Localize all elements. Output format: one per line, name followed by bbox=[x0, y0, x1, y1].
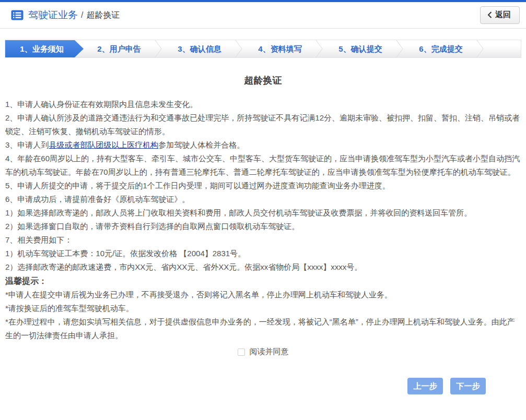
agreement-row: 阅读并同意 bbox=[0, 347, 526, 357]
notice-content: 1、申请人确认身份证在有效期限内且信息未发生变化。 2、申请人确认所涉及的道路交… bbox=[0, 98, 526, 342]
tip-2: *请按换证后的准驾车型驾驶机动车。 bbox=[5, 302, 521, 315]
notice-item-3: 3、申请人到县级或者部队团级以上医疗机构参加驾驶人体检并合格。 bbox=[5, 138, 521, 152]
notice-item-6: 6、申请成功后，请提前准备好《原机动车驾驶证》。 bbox=[5, 193, 521, 206]
chevron-left-icon bbox=[487, 11, 492, 18]
tip-1: *申请人在提交申请后视为业务已办理，不再接受退办，否则将记入黑名单，停止办理网上… bbox=[5, 288, 521, 302]
notice-item-4: 4、年龄在60周岁以上的，持有大型客车、牵引车、城市公交车、中型客车、大型货车驾… bbox=[5, 152, 521, 179]
notice-item-7: 7、相关费用如下： bbox=[5, 233, 521, 247]
step-separator bbox=[235, 40, 244, 57]
back-button-label: 返回 bbox=[495, 10, 511, 20]
page-title: 超龄换证 bbox=[0, 74, 526, 87]
notice-item-7-sub-2: 2）选择邮政寄递的邮政速递费，市内XX元、省内XX元、省外XX元。依据xx省物价… bbox=[5, 260, 521, 274]
step-5-confirm-submit: 5、确认提交 bbox=[325, 40, 396, 57]
notice-item-7-sub-1: 1）机动车驾驶证工本费：10元/证。依据发改价格 【2004】2831号。 bbox=[5, 247, 521, 260]
notice-item-3-suffix: 参加驾驶人体检并合格。 bbox=[158, 140, 244, 149]
notice-item-5: 5、申请人所提交的申请，将于提交后的1个工作日内受理，期间可以通过网办进度查询功… bbox=[5, 179, 521, 193]
notice-item-6-sub-2: 2）如果选择窗口自取的，请带齐资料自行到选择的自取网点窗口领取机动车驾驶证。 bbox=[5, 220, 521, 233]
step-4-material-fill: 4、资料填写 bbox=[244, 40, 315, 57]
step-separator bbox=[476, 40, 486, 57]
step-bar-filler bbox=[486, 40, 521, 57]
breadcrumb-current: 超龄换证 bbox=[86, 10, 120, 21]
next-step-button[interactable]: 下一步 bbox=[450, 378, 486, 394]
tip-3: *在办理过程中，请您如实填写相关信息，对于提供虚假信息申办业务的，一经发现，将被… bbox=[5, 315, 521, 342]
notice-item-3-prefix: 3、申请人到 bbox=[5, 140, 49, 149]
step-1-business-notice: 1、业务须知 bbox=[5, 40, 84, 57]
medical-org-link[interactable]: 县级或者部队团级以上医疗机构 bbox=[49, 140, 158, 149]
step-separator bbox=[155, 40, 164, 57]
step-separator bbox=[396, 40, 405, 57]
agree-label[interactable]: 阅读并同意 bbox=[250, 347, 289, 357]
step-separator bbox=[315, 40, 325, 57]
prev-step-button[interactable]: 上一步 bbox=[407, 378, 443, 394]
agree-checkbox[interactable] bbox=[238, 349, 245, 356]
tips-title: 温馨提示： bbox=[5, 274, 521, 288]
notice-item-2: 2、申请人确认所涉及的道路交通违法行为和交通事故已处理完毕，所持驾驶证不具有记满… bbox=[5, 111, 521, 138]
step-2-user-declaration: 2、用户申告 bbox=[84, 40, 155, 57]
wizard-nav-buttons: 上一步 下一步 bbox=[0, 378, 526, 394]
notice-item-6-sub-1: 1）如果选择邮政寄递的，邮政人员将上门收取相关资料和费用，邮政人员交付机动车驾驶… bbox=[5, 206, 521, 220]
breadcrumb-separator: / bbox=[81, 10, 83, 20]
header: 驾驶证业务 / 超龄换证 返回 bbox=[0, 2, 526, 29]
step-progress-bar: 1、业务须知 2、用户申告 3、确认信息 4、资料填写 5、确认提交 6、完成提… bbox=[5, 40, 521, 58]
breadcrumb-root-link[interactable]: 驾驶证业务 bbox=[28, 8, 78, 22]
back-button[interactable]: 返回 bbox=[480, 6, 520, 24]
step-6-complete-submit: 6、完成提交 bbox=[405, 40, 476, 57]
notice-item-1: 1、申请人确认身份证在有效期限内且信息未发生变化。 bbox=[5, 98, 521, 111]
step-3-confirm-info: 3、确认信息 bbox=[164, 40, 235, 57]
list-icon bbox=[11, 10, 24, 20]
